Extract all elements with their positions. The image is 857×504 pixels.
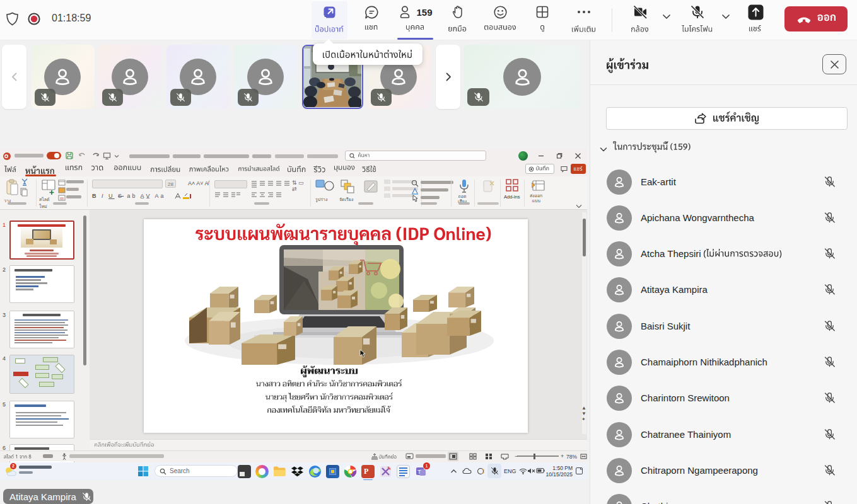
svg-text:T: T [417, 469, 421, 475]
